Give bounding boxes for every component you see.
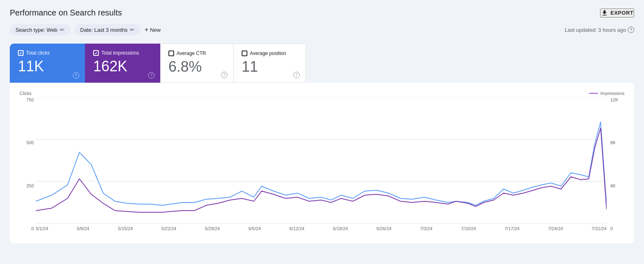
edit-icon-date: ✏ (130, 26, 135, 33)
x-label-1: 5/8/24 (77, 226, 90, 231)
position-value: 11 (242, 59, 297, 74)
x-label-3: 5/22/24 (162, 226, 177, 231)
export-button[interactable]: EXPORT (600, 9, 634, 18)
impressions-value: 162K (93, 59, 152, 74)
clicks-checkbox[interactable] (18, 50, 24, 56)
chart-wrapper: 750 500 250 0 12K 8K 4K 0 (36, 97, 607, 231)
y-tick-0: 0 (20, 226, 34, 231)
impressions-axis-label: Impressions (600, 91, 624, 96)
clicks-axis-label: Clicks (20, 91, 31, 96)
metrics-chart-section: Total clicks 11K ? Total impressions 162… (10, 44, 634, 243)
impressions-help-icon[interactable]: ? (148, 72, 155, 79)
download-icon (601, 9, 608, 17)
clicks-help-icon[interactable]: ? (73, 72, 79, 79)
y-tick-750: 750 (20, 97, 34, 102)
x-label-0: 5/1/24 (36, 226, 48, 231)
info-icon: ? (628, 26, 634, 33)
ctr-value: 6.8% (168, 59, 225, 74)
ctr-checkbox[interactable] (168, 51, 174, 56)
impressions-line-legend (589, 93, 598, 94)
header: Performance on Search results EXPORT (10, 8, 634, 18)
clicks-line (36, 122, 607, 205)
metric-ctr-label: Average CTR (168, 51, 225, 56)
ctr-help-icon[interactable]: ? (221, 72, 227, 78)
x-label-13: 7/31/24 (592, 226, 607, 231)
x-label-11: 7/17/24 (504, 226, 520, 231)
y-tick-500: 500 (20, 140, 34, 145)
metric-position-label: Average position (242, 51, 297, 56)
chart-container (36, 97, 607, 224)
position-help-icon[interactable]: ? (293, 72, 300, 78)
y-tick-0-right: 0 (610, 226, 624, 231)
position-checkbox[interactable] (242, 51, 247, 56)
y-tick-8k: 8K (610, 140, 624, 145)
y-tick-250: 250 (20, 183, 34, 188)
x-label-9: 7/3/24 (420, 226, 432, 231)
filters-bar: Search type: Web ✏ Date: Last 3 months ✏… (10, 24, 634, 35)
metric-average-ctr[interactable]: Average CTR 6.8% ? (160, 44, 234, 83)
x-label-5: 6/5/24 (249, 226, 261, 231)
metric-average-position[interactable]: Average position 11 ? (234, 44, 306, 83)
date-filter[interactable]: Date: Last 3 months ✏ (74, 24, 140, 35)
x-label-12: 7/24/24 (548, 226, 563, 231)
x-label-6: 6/12/24 (289, 226, 304, 231)
x-axis-labels: 5/1/24 5/8/24 5/15/24 5/22/24 5/29/24 6/… (36, 226, 607, 231)
metric-impressions-label: Total impressions (93, 50, 152, 56)
metric-clicks-label: Total clicks (18, 50, 77, 56)
metrics-row: Total clicks 11K ? Total impressions 162… (10, 44, 309, 83)
impressions-line (36, 128, 607, 212)
x-label-10: 7/10/24 (461, 226, 476, 231)
chart-axis-top: Clicks Impressions (20, 91, 624, 96)
y-tick-4k: 4K (610, 183, 624, 188)
y-axis-left: 750 500 250 0 (20, 97, 34, 231)
x-label-8: 6/26/24 (376, 226, 391, 231)
x-label-4: 5/29/24 (205, 226, 220, 231)
metric-total-clicks[interactable]: Total clicks 11K ? (10, 44, 85, 83)
y-tick-12k: 12K (610, 97, 624, 102)
last-updated: Last updated: 3 hours ago ? (565, 26, 634, 33)
plus-icon: + (144, 26, 148, 33)
search-type-filter[interactable]: Search type: Web ✏ (10, 24, 70, 35)
page-title: Performance on Search results (10, 8, 122, 18)
chart-svg (36, 97, 607, 224)
impressions-checkbox[interactable] (93, 50, 99, 56)
new-filter-button[interactable]: + New (144, 26, 160, 33)
edit-icon: ✏ (60, 26, 65, 33)
page-container: Performance on Search results EXPORT Sea… (0, 0, 644, 264)
impressions-legend: Impressions (589, 91, 624, 96)
x-label-7: 6/19/24 (333, 226, 348, 231)
clicks-value: 11K (18, 59, 77, 74)
x-label-2: 5/15/24 (118, 226, 133, 231)
filters-left: Search type: Web ✏ Date: Last 3 months ✏… (10, 24, 161, 35)
metric-total-impressions[interactable]: Total impressions 162K ? (85, 44, 160, 83)
chart-area: Clicks Impressions 750 500 250 0 12K (10, 83, 634, 243)
y-axis-right: 12K 8K 4K 0 (610, 97, 624, 231)
